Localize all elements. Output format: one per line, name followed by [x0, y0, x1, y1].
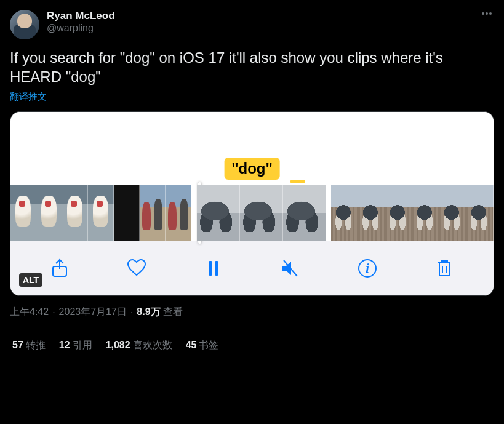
avatar[interactable] [10, 10, 39, 39]
timeline-frame [114, 185, 140, 241]
search-match-label: "dog" [224, 158, 280, 180]
media-top: "dog" [10, 112, 494, 185]
clip-group-2[interactable] [197, 185, 326, 241]
timeline-frame [166, 185, 191, 241]
svg-rect-2 [215, 261, 218, 276]
stats-row: 57转推 12引用 1,082喜欢次数 45书签 [10, 329, 494, 352]
timeline-gap [191, 185, 197, 241]
bookmark-stat[interactable]: 45书签 [186, 339, 219, 352]
quote-stat[interactable]: 12引用 [59, 339, 92, 352]
more-icon[interactable] [479, 10, 494, 17]
svg-text:i: i [366, 262, 369, 275]
timeline-frame [140, 185, 166, 241]
timeline-frame [466, 185, 494, 241]
media-toolbar: i [10, 241, 494, 295]
search-match-tick [290, 180, 305, 183]
like-count: 1,082 [106, 340, 130, 350]
pause-icon[interactable] [201, 256, 226, 281]
timeline-frame [358, 185, 385, 241]
svg-rect-1 [209, 261, 212, 276]
media-card[interactable]: "dog" [10, 111, 494, 296]
mute-icon[interactable] [278, 256, 303, 281]
tweet: Ryan McLeod @warpling If you search for … [0, 0, 504, 352]
share-icon[interactable] [47, 256, 72, 281]
display-name: Ryan McLeod [47, 10, 479, 22]
tweet-text: If you search for "dog" on iOS 17 it'll … [10, 48, 494, 86]
clip-group-3[interactable] [331, 185, 494, 241]
info-icon[interactable]: i [355, 256, 380, 281]
timeline-frame [10, 185, 36, 241]
views-label: 查看 [163, 306, 183, 319]
video-timeline[interactable] [10, 185, 494, 241]
quote-count: 12 [59, 340, 70, 350]
tweet-time[interactable]: 上午4:42 [10, 306, 49, 319]
alt-badge[interactable]: ALT [19, 273, 42, 287]
timeline-gap [326, 185, 332, 241]
translate-link[interactable]: 翻译推文 [10, 91, 47, 103]
timeline-frame [283, 185, 326, 241]
timeline-frame [240, 185, 283, 241]
trash-icon[interactable] [432, 256, 457, 281]
timeline-frame [412, 185, 439, 241]
timeline-frame [385, 185, 412, 241]
retweet-count: 57 [12, 340, 23, 350]
timeline-frame [36, 185, 62, 241]
tweet-header: Ryan McLeod @warpling [10, 10, 494, 39]
tweet-meta: 上午4:42 · 2023年7月17日 · 8.9万 查看 [10, 306, 494, 319]
like-stat[interactable]: 1,082喜欢次数 [106, 339, 172, 352]
timeline-frame [331, 185, 358, 241]
clip-group-1[interactable] [10, 185, 191, 241]
heart-icon[interactable] [124, 256, 149, 281]
author-block[interactable]: Ryan McLeod @warpling [47, 10, 479, 34]
tweet-date[interactable]: 2023年7月17日 [59, 306, 127, 319]
views-count[interactable]: 8.9万 [137, 306, 160, 319]
timeline-frame [88, 185, 114, 241]
timeline-frame [197, 185, 240, 241]
bookmark-count: 45 [186, 340, 197, 350]
handle: @warpling [47, 22, 479, 34]
retweet-stat[interactable]: 57转推 [12, 339, 46, 352]
timeline-frame [439, 185, 466, 241]
timeline-frame [62, 185, 88, 241]
